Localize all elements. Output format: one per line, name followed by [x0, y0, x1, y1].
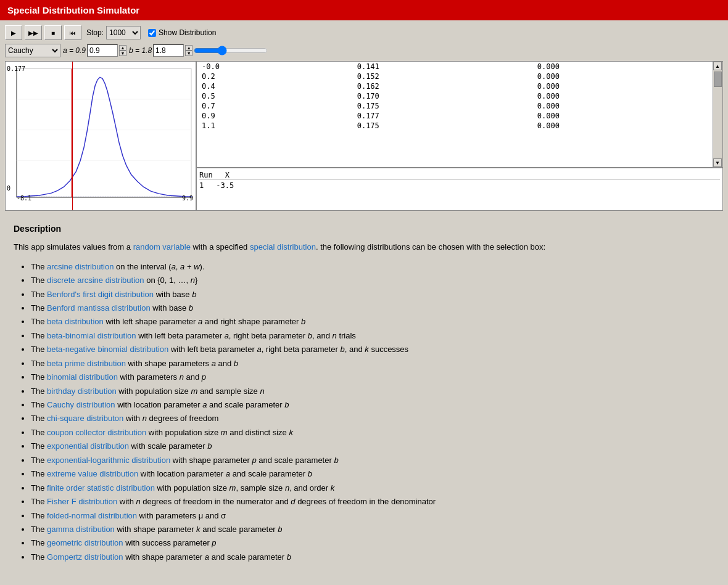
list-item: The geometric distribution with success … [31, 536, 714, 549]
distribution-link[interactable]: binomial distribution [47, 372, 118, 382]
param-a-up[interactable]: ▲ [119, 45, 126, 51]
distribution-link[interactable]: exponential distribution [47, 441, 129, 451]
run-row: 1 -3.5 [199, 181, 720, 190]
distribution-link[interactable]: Benford's first digit distribution [47, 290, 154, 299]
list-item: The beta distribution with left shape pa… [31, 315, 714, 328]
table-cell: 0.175 [352, 101, 532, 111]
table-cell: 0.4 [197, 81, 352, 91]
run-panel: Run X 1 -3.5 [196, 168, 723, 211]
scroll-up-arrow[interactable]: ▲ [713, 62, 722, 70]
distribution-link[interactable]: exponential-logarithmic distribution [47, 456, 170, 465]
table-cell: 0.177 [352, 111, 532, 121]
distribution-link[interactable]: arcsine distribution [47, 262, 114, 271]
table-cell: 0.000 [532, 62, 713, 72]
distribution-link[interactable]: finite order statistic distribution [47, 483, 155, 493]
table-cell: 0.000 [532, 72, 713, 81]
table-cell: 1.1 [197, 121, 352, 131]
distribution-link[interactable]: folded-normal distribution [47, 511, 137, 520]
table-row: 1.10.1750.000 [197, 121, 713, 131]
param-b-down[interactable]: ▼ [185, 51, 192, 56]
chart-panel: 0.177 0 -8.1 9.9 [5, 61, 196, 211]
param-a-down[interactable]: ▼ [119, 51, 126, 56]
show-distribution-checkbox[interactable] [148, 29, 156, 37]
distribution-link[interactable]: Cauchy distribution [47, 400, 115, 409]
reset-button[interactable]: ⏮ [64, 25, 81, 40]
distribution-link[interactable]: beta distribution [47, 317, 104, 326]
table-container: -0.00.1410.0000.20.1520.0000.40.1620.000… [197, 62, 713, 167]
distribution-link[interactable]: Benford mantissa distribution [47, 303, 151, 313]
stop-button[interactable]: ■ [44, 25, 62, 40]
distribution-link[interactable]: beta-negative binomial distribution [47, 345, 168, 354]
distribution-link[interactable]: extreme value distribution [47, 469, 138, 478]
fast-forward-button[interactable]: ▶▶ [25, 25, 42, 40]
description-heading: Description [14, 222, 714, 235]
param-a-label: a = 0.9 [63, 46, 86, 55]
svg-rect-0 [17, 68, 191, 197]
table-row: 0.90.1770.000 [197, 111, 713, 121]
scroll-thumb[interactable] [714, 72, 722, 87]
list-item: The Cauchy distribution with location pa… [31, 398, 714, 411]
list-item: The coupon collector distribution with p… [31, 426, 714, 439]
distribution-link[interactable]: beta-binomial distribution [47, 331, 136, 340]
param-b-field: b = 1.8 ▲ ▼ [129, 44, 268, 57]
list-item: The binomial distribution with parameter… [31, 370, 714, 383]
param-b-spinner[interactable]: ▲ ▼ [185, 45, 192, 56]
data-panel: -0.00.1410.0000.20.1520.0000.40.1620.000… [196, 61, 723, 168]
distribution-link[interactable]: gamma distribution [47, 525, 115, 534]
table-cell: 0.000 [532, 111, 713, 121]
table-cell: -0.0 [197, 62, 352, 72]
distribution-link[interactable]: geometric distribution [47, 538, 123, 547]
distribution-list: The arcsine distribution on the interval… [31, 260, 714, 564]
list-item: The folded-normal distribution with para… [31, 509, 714, 522]
description-area: Description This app simulates values fr… [5, 216, 723, 570]
distribution-link[interactable]: birthday distribution [47, 387, 117, 396]
distribution-link[interactable]: coupon collector distribution [47, 428, 146, 437]
list-item: The beta prime distribution with shape p… [31, 357, 714, 370]
description-intro: This app simulates values from a random … [14, 241, 714, 254]
list-item: The finite order statistic distribution … [31, 481, 714, 494]
distribution-link[interactable]: discrete arcsine distribution [47, 276, 144, 285]
distribution-select[interactable]: Cauchy Arcsine Benford Beta Binomial Bir… [5, 44, 60, 57]
distribution-link[interactable]: chi-square distributon [47, 414, 123, 423]
table-cell: 0.141 [352, 62, 532, 72]
play-button[interactable]: ▶ [5, 25, 22, 40]
list-item: The chi-square distributon with n degree… [31, 412, 714, 425]
title-bar: Special Distribution Simulator [0, 0, 728, 20]
run-x-value: -3.5 [216, 181, 234, 190]
param-a-spinner[interactable]: ▲ ▼ [119, 45, 126, 56]
distribution-link[interactable]: beta prime distribution [47, 359, 126, 368]
random-variable-link[interactable]: random variable [133, 242, 191, 252]
distribution-link[interactable]: Fisher F distribution [47, 497, 117, 506]
distribution-link[interactable]: Gompertz distribution [47, 552, 123, 562]
param-b-up[interactable]: ▲ [185, 45, 192, 51]
chart-y-zero: 0 [7, 185, 10, 192]
data-table: -0.00.1410.0000.20.1520.0000.40.1620.000… [197, 62, 713, 131]
list-item: The Gompertz distribution with shape par… [31, 550, 714, 563]
table-cell: 0.9 [197, 111, 352, 121]
table-cell: 0.000 [532, 121, 713, 131]
table-scrollbar[interactable]: ▲ ▼ [713, 62, 722, 167]
list-item: The gamma distribution with shape parame… [31, 523, 714, 536]
param-b-input[interactable] [153, 44, 184, 57]
special-distribution-link[interactable]: special distribution [250, 242, 316, 252]
table-cell: 0.7 [197, 101, 352, 111]
table-row: -0.00.1410.000 [197, 62, 713, 72]
list-item: The exponential-logarithmic distribution… [31, 454, 714, 467]
table-cell: 0.170 [352, 91, 532, 101]
list-item: The Benford mantissa distribution with b… [31, 301, 714, 314]
param-a-input[interactable] [87, 44, 118, 57]
param-row: Cauchy Arcsine Benford Beta Binomial Bir… [5, 44, 723, 57]
scroll-down-arrow[interactable]: ▼ [713, 158, 722, 167]
list-item: The extreme value distribution with loca… [31, 467, 714, 480]
run-number: 1 [199, 181, 204, 190]
table-cell: 0.000 [532, 91, 713, 101]
chart-svg [6, 62, 196, 210]
param-b-slider[interactable] [194, 46, 268, 55]
scroll-track [713, 70, 722, 158]
table-cell: 0.5 [197, 91, 352, 101]
list-item: The discrete arcsine distribution on {0,… [31, 274, 714, 287]
table-cell: 0.000 [532, 101, 713, 111]
table-row: 0.70.1750.000 [197, 101, 713, 111]
stop-select[interactable]: 1000 10 100 10000 [106, 26, 141, 39]
show-distribution-label: Show Distribution [148, 28, 216, 37]
